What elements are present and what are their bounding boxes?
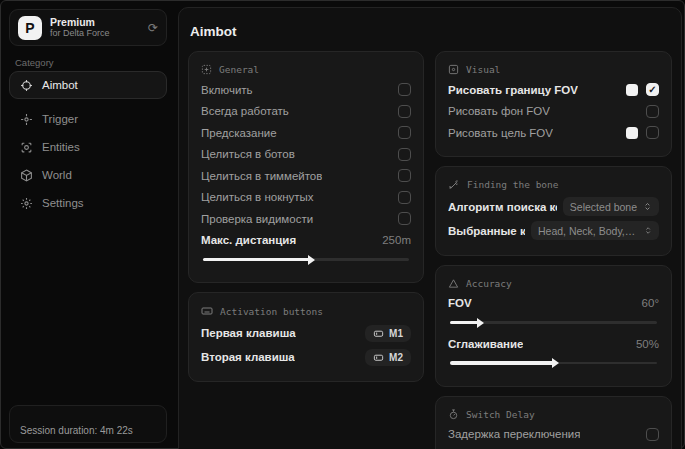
sidebar-item-label: Entities (42, 141, 80, 153)
activation-card: Activation buttons Первая клавиша M1 Вто… (188, 292, 424, 382)
slider-label: Макс. дистанция (201, 234, 296, 246)
switch-delay-checkbox[interactable] (646, 428, 659, 441)
bone-card: Finding the bone Алгоритм поиска кост Se… (435, 166, 672, 256)
stopwatch-icon (448, 409, 459, 420)
bone-header: Finding the bone (448, 179, 659, 191)
target-bots-checkbox[interactable] (398, 148, 411, 161)
entities-icon (20, 141, 33, 154)
fov-target-color-swatch[interactable] (626, 127, 638, 139)
enable-checkbox[interactable] (398, 83, 411, 96)
sidebar: P Premium for Delta Force ⟳ Category Aim… (1, 1, 175, 448)
world-icon (20, 169, 33, 182)
general-card: General Включить Всегда работать Предска… (188, 51, 424, 283)
chevron-updown-icon (643, 202, 652, 211)
sidebar-item-label: Settings (42, 197, 84, 209)
option-label: Рисовать границу FOV (448, 84, 578, 96)
triangle-icon (448, 278, 459, 289)
category-label: Category (15, 57, 54, 68)
bone-algorithm-select[interactable]: Selected bone (563, 197, 659, 216)
option-label: Всегда работать (201, 105, 289, 117)
selected-bones-select[interactable]: Head, Neck, Body, Pe.. (531, 221, 659, 240)
option-label: Включить (201, 84, 253, 96)
option-label: Предсказание (201, 127, 277, 139)
license-subtitle: for Delta Force (50, 28, 140, 38)
general-icon (201, 64, 212, 75)
keybind-button-m2[interactable]: M2 (365, 349, 411, 366)
page-title: Aimbot (190, 24, 672, 39)
activation-header: Activation buttons (201, 305, 411, 317)
mouse-icon (373, 328, 384, 339)
switch-delay-header: Switch Delay (448, 409, 659, 420)
fov-border-color-swatch[interactable] (626, 84, 638, 96)
target-knocked-checkbox[interactable] (398, 191, 411, 204)
main-panel: Aimbot General Включить Всегда работать … (178, 7, 682, 449)
settings-icon (20, 197, 33, 210)
general-header: General (201, 64, 411, 75)
mouse-icon (373, 352, 384, 363)
option-label: Целиться в нокнутых (201, 191, 314, 203)
accuracy-header: Accuracy (448, 278, 659, 289)
fov-slider[interactable] (450, 317, 657, 327)
prediction-checkbox[interactable] (398, 126, 411, 139)
sidebar-item-settings[interactable]: Settings (9, 189, 167, 217)
accuracy-card: Accuracy FOV 60° Сглаживание 50% (435, 265, 672, 387)
slider-label: FOV (448, 297, 472, 309)
fov-frame-icon (448, 64, 459, 75)
license-title: Premium (50, 16, 140, 28)
crosshair-icon (20, 79, 33, 92)
keybind-label: Первая клавиша (201, 327, 296, 339)
draw-fov-target-checkbox[interactable] (646, 126, 659, 139)
dropdown-label: Алгоритм поиска кост (448, 201, 557, 213)
target-teammates-checkbox[interactable] (398, 169, 411, 182)
visual-card: Visual Рисовать границу FOV ✓ Рисовать ф… (435, 51, 672, 157)
sidebar-item-label: Trigger (42, 113, 78, 125)
slider-label: Сглаживание (448, 338, 523, 350)
sidebar-item-label: World (42, 169, 72, 181)
slider-value: 50% (636, 338, 659, 350)
smoothing-slider[interactable] (450, 358, 657, 368)
keybind-label: Вторая клавиша (201, 351, 295, 363)
draw-fov-background-checkbox[interactable] (646, 105, 659, 118)
dropdown-label: Выбранные кос (448, 225, 525, 237)
switch-delay-card: Switch Delay Задержка переключения Задер… (435, 396, 672, 449)
option-label: Задержка переключения (448, 428, 580, 440)
sidebar-item-trigger[interactable]: Trigger (9, 105, 167, 133)
visibility-check-checkbox[interactable] (398, 212, 411, 225)
sidebar-nav: Aimbot Trigger Entities (9, 71, 167, 217)
sidebar-item-label: Aimbot (42, 79, 78, 91)
slider-value: 250m (382, 234, 411, 246)
slider-value: 60° (642, 297, 659, 309)
always-work-checkbox[interactable] (398, 105, 411, 118)
max-distance-slider[interactable] (203, 254, 409, 264)
refresh-icon[interactable]: ⟳ (148, 21, 158, 35)
option-label: Целиться в ботов (201, 148, 295, 160)
draw-fov-border-checkbox[interactable]: ✓ (646, 83, 659, 96)
keyboard-icon (201, 305, 213, 317)
visual-header: Visual (448, 64, 659, 75)
app-logo: P (18, 16, 42, 40)
chevron-updown-icon (644, 226, 652, 235)
app-window: P Premium for Delta Force ⟳ Category Aim… (0, 0, 685, 449)
option-label: Рисовать фон FOV (448, 105, 550, 117)
option-label: Целиться в тиммейтов (201, 170, 322, 182)
keybind-button-m1[interactable]: M1 (365, 325, 411, 342)
sidebar-item-entities[interactable]: Entities (9, 133, 167, 161)
sidebar-item-aimbot[interactable]: Aimbot (9, 71, 167, 99)
trigger-icon (20, 113, 33, 126)
sidebar-item-world[interactable]: World (9, 161, 167, 189)
license-card: P Premium for Delta Force ⟳ (9, 9, 167, 46)
bone-icon (448, 179, 460, 191)
option-label: Проверка видимости (201, 213, 313, 225)
option-label: Рисовать цель FOV (448, 127, 553, 139)
session-duration: Session duration: 4m 22s (9, 405, 167, 443)
